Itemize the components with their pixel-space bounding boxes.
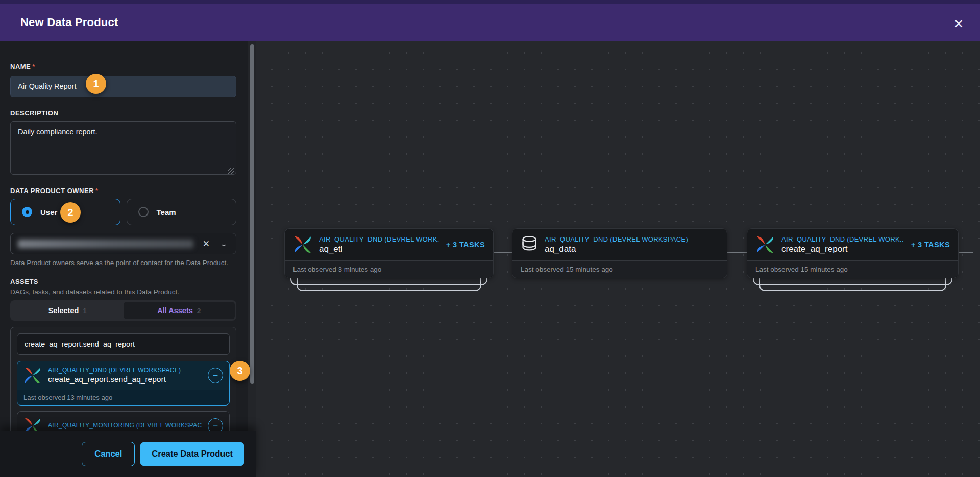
tab-all-assets[interactable]: All Assets 2 [124, 302, 235, 319]
asset-card-selected[interactable]: AIR_QUALITY_DND (DEVREL WORKSPACE) creat… [17, 361, 230, 406]
step-badge-1: 1 [86, 74, 106, 94]
cancel-button[interactable]: Cancel [82, 442, 135, 466]
node-last-observed: Last observed 15 minutes ago [512, 260, 727, 278]
owner-help-text: Data Product owners serve as the point o… [10, 258, 236, 268]
node-name: aq_etl [319, 244, 439, 254]
description-textarea[interactable] [10, 121, 236, 175]
asset-search-input[interactable] [17, 333, 230, 355]
modal-header: New Data Product ✕ [0, 0, 980, 41]
graph-node-aq-data[interactable]: AIR_QUALITY_DND (DEVREL WORKSPACE) aq_da… [512, 228, 727, 278]
airflow-icon [293, 235, 312, 254]
edge [959, 252, 973, 253]
remove-asset-button[interactable]: − [208, 368, 223, 383]
edge [494, 252, 512, 253]
required-asterisk: * [95, 187, 99, 195]
owner-type-team-label: Team [157, 208, 176, 217]
create-data-product-button[interactable]: Create Data Product [140, 442, 244, 466]
clear-icon[interactable]: ✕ [200, 238, 213, 249]
header-divider [939, 11, 939, 35]
node-source: AIR_QUALITY_DND (DEVREL WORKSPACE) [545, 235, 719, 243]
sidebar-scrollbar-thumb[interactable] [250, 44, 254, 384]
sidebar-scrollbar-track[interactable] [248, 41, 256, 477]
new-data-product-modal: New Data Product ✕ NAME* DESCRIPTION DAT… [0, 0, 980, 477]
radio-selected-icon [22, 207, 32, 217]
node-name: create_aq_report [781, 244, 904, 254]
minus-icon: − [213, 371, 218, 380]
tab-selected-count: 1 [83, 307, 87, 315]
airflow-icon [755, 235, 775, 254]
page-title: New Data Product [20, 16, 118, 29]
form-footer: Cancel Create Data Product [0, 431, 256, 477]
assets-label: ASSETS [10, 278, 236, 285]
dataset-icon [521, 235, 538, 254]
form-sidebar: NAME* DESCRIPTION DATA PRODUCT OWNER* Us… [0, 41, 256, 477]
tab-all-assets-count: 2 [197, 307, 201, 315]
owner-type-user-label: User [40, 208, 57, 217]
description-label: DESCRIPTION [10, 109, 236, 117]
assets-description: DAGs, tasks, and datasets related to thi… [10, 288, 236, 296]
chevron-down-icon[interactable]: ⌄ [216, 240, 231, 248]
asset-source: AIR_QUALITY_MONITORING (DEVREL WORKSPACE… [48, 422, 202, 429]
node-name: aq_data [545, 244, 719, 254]
name-input[interactable] [10, 76, 236, 97]
owner-value-redacted [18, 240, 193, 248]
edge [727, 252, 747, 253]
owner-type-radio-group: User Team [10, 199, 236, 225]
asset-last-observed: Last observed 13 minutes ago [17, 390, 229, 405]
step-badge-2: 2 [60, 202, 81, 223]
asset-name: create_aq_report.send_aq_report [48, 375, 202, 384]
owner-type-team[interactable]: Team [127, 199, 237, 225]
node-last-observed: Last observed 3 minutes ago [285, 260, 493, 278]
close-icon: ✕ [953, 17, 964, 31]
step-badge-3: 3 [230, 361, 250, 381]
expand-tasks-button[interactable]: + 3 TASKS [911, 241, 950, 249]
graph-node-aq-etl[interactable]: AIR_QUALITY_DND (DEVREL WORK... aq_etl +… [284, 228, 494, 278]
node-last-observed: Last observed 15 minutes ago [747, 260, 958, 278]
name-label: NAME* [10, 63, 236, 70]
owner-label: DATA PRODUCT OWNER* [10, 187, 236, 195]
expand-tasks-button[interactable]: + 3 TASKS [446, 241, 485, 249]
radio-unselected-icon [138, 207, 149, 217]
tab-selected[interactable]: Selected 1 [12, 302, 124, 319]
lineage-canvas[interactable]: AIR_QUALITY_DND (DEVREL WORK... aq_etl +… [256, 41, 980, 477]
owner-select[interactable]: ✕ ⌄ [10, 233, 236, 254]
asset-source: AIR_QUALITY_DND (DEVREL WORKSPACE) [48, 367, 202, 374]
graph-node-create-aq-report[interactable]: AIR_QUALITY_DND (DEVREL WORK... create_a… [747, 228, 959, 278]
minus-icon: − [213, 421, 218, 431]
node-source: AIR_QUALITY_DND (DEVREL WORK... [319, 235, 439, 243]
close-button[interactable]: ✕ [948, 14, 969, 34]
node-source: AIR_QUALITY_DND (DEVREL WORK... [781, 235, 904, 243]
airflow-icon [23, 366, 42, 385]
assets-tabs: Selected 1 All Assets 2 [10, 300, 236, 321]
required-asterisk: * [32, 63, 35, 70]
